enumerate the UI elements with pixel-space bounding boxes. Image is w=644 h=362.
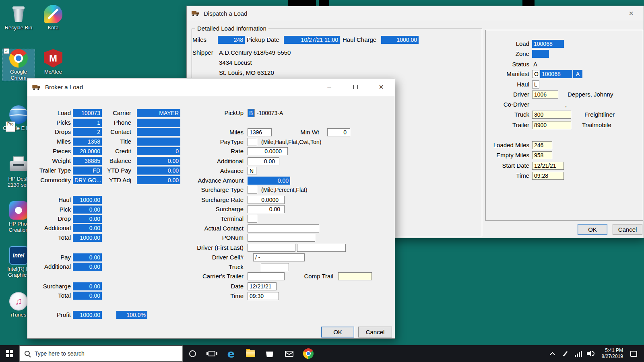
- surcharge-field[interactable]: 0.00: [73, 282, 102, 290]
- drop-field[interactable]: 0.00: [73, 215, 102, 223]
- intel-graphics-icon: intel: [9, 246, 28, 265]
- network-icon: [575, 351, 582, 357]
- desktop-icon-mcafee[interactable]: M McAfee: [37, 49, 69, 75]
- desktop-icon-recycle-bin[interactable]: Recycle Bin: [2, 5, 35, 31]
- dispatch-titlebar[interactable]: Dispatch a Load: [187, 6, 644, 21]
- comp-trail-input[interactable]: [338, 272, 372, 280]
- pieces-field[interactable]: 28.0000: [73, 147, 102, 155]
- ponum-input[interactable]: [248, 234, 315, 242]
- volume-tray-button[interactable]: [585, 345, 598, 362]
- chrome-taskbar-button[interactable]: [299, 345, 318, 362]
- ok-button[interactable]: OK: [578, 224, 607, 235]
- clock-time: 5:41 PM: [605, 348, 623, 354]
- additional-charge-input[interactable]: 0.00: [248, 157, 279, 165]
- surcharge-rate-input[interactable]: 0.0000: [248, 196, 285, 204]
- manifest-field[interactable]: 100068: [540, 70, 572, 78]
- trailer-type-field[interactable]: FD: [73, 167, 102, 175]
- desktop-icon-krita[interactable]: Krita: [37, 5, 69, 31]
- miles-field[interactable]: 1358: [73, 138, 102, 146]
- mail-button[interactable]: [279, 345, 299, 362]
- advance-input[interactable]: N: [248, 167, 256, 175]
- driver-first-input[interactable]: [248, 244, 295, 252]
- start-button[interactable]: [0, 345, 19, 362]
- empty-miles-input[interactable]: 958: [532, 151, 552, 159]
- phone-field[interactable]: [137, 119, 180, 127]
- start-date-input[interactable]: 12/21/21: [532, 162, 564, 170]
- pickup-date-field[interactable]: 10/27/21 11:00: [284, 36, 340, 44]
- truck-input[interactable]: 300: [532, 111, 571, 119]
- picks-field[interactable]: 1: [73, 119, 102, 127]
- close-icon[interactable]: ×: [625, 8, 637, 18]
- cortana-button[interactable]: [183, 345, 202, 362]
- terminal-input[interactable]: [248, 215, 257, 223]
- surcharge-type-input[interactable]: [248, 186, 257, 194]
- weight-field[interactable]: 38885: [73, 157, 102, 165]
- taskbar-clock[interactable]: 5:41 PM 8/27/2019: [598, 345, 627, 362]
- manifest-suffix-field[interactable]: A: [573, 70, 582, 78]
- store-button[interactable]: [260, 345, 279, 362]
- time-input[interactable]: 09:30: [248, 292, 279, 300]
- haul-field[interactable]: 1000.00: [73, 196, 102, 204]
- actual-contact-label: Actual Contact: [160, 224, 244, 232]
- network-tray-button[interactable]: [572, 345, 585, 362]
- icon-label: McAfee: [44, 69, 62, 75]
- miles-field[interactable]: 248: [218, 36, 245, 44]
- task-view-button[interactable]: [202, 345, 221, 362]
- load-field[interactable]: 100073: [73, 109, 102, 117]
- surcharge-total-field[interactable]: 0.00: [73, 292, 102, 300]
- pen-tray-button[interactable]: [559, 345, 572, 362]
- date-label: Date: [160, 282, 244, 290]
- actual-contact-input[interactable]: [248, 224, 319, 232]
- codriver-label: Co-Driver: [487, 101, 529, 109]
- desktop: Recycle Bin Krita Google Chrom M McAfee …: [0, 0, 644, 362]
- pay-field[interactable]: 0.00: [73, 253, 102, 261]
- commodity-field[interactable]: DRY GO...: [73, 176, 102, 184]
- codriver-name: ,: [565, 101, 567, 109]
- carriers-trailer-input[interactable]: [248, 272, 285, 280]
- broker-titlebar[interactable]: Broker a Load: [27, 78, 395, 96]
- zone-field[interactable]: [532, 50, 549, 58]
- desktop-icon-google-chrome[interactable]: Google Chrom: [2, 49, 35, 81]
- surcharge-amt-label: Surcharge: [160, 205, 244, 213]
- taskbar-search-input[interactable]: Type here to search: [19, 346, 183, 362]
- hp-photo-icon: [9, 201, 28, 220]
- pickup-prefix-input[interactable]: B: [248, 109, 255, 117]
- profit-field[interactable]: 1000.00: [73, 311, 102, 319]
- surcharge-type-hint: (Mile,Percent,Flat): [261, 186, 307, 194]
- surcharge-amt-input[interactable]: 0.00: [248, 205, 285, 213]
- cancel-button[interactable]: Cancel: [358, 327, 392, 337]
- ok-button[interactable]: OK: [321, 327, 354, 337]
- date-input[interactable]: 12/21/21: [248, 282, 277, 290]
- file-explorer-button[interactable]: [241, 345, 260, 362]
- haul-charge-field[interactable]: 1000.00: [381, 36, 419, 44]
- close-icon[interactable]: ×: [372, 81, 390, 93]
- profit-percent-field[interactable]: 100.0%: [116, 311, 147, 319]
- min-wt-input[interactable]: 0: [327, 128, 350, 136]
- selection-checkbox[interactable]: [4, 48, 9, 54]
- drops-field[interactable]: 2: [73, 128, 102, 136]
- action-center-button[interactable]: [627, 345, 640, 362]
- load-field[interactable]: 100068: [532, 40, 564, 48]
- paytype-input[interactable]: [248, 138, 257, 146]
- pick-field[interactable]: 0.00: [73, 206, 102, 214]
- driver-cell-input[interactable]: / -: [253, 253, 305, 261]
- driver-input[interactable]: 1006: [532, 90, 558, 99]
- advance-amount-field[interactable]: 0.00: [248, 177, 290, 185]
- cancel-button[interactable]: Cancel: [613, 224, 642, 235]
- driver-last-input[interactable]: [297, 244, 346, 252]
- maximize-icon[interactable]: [347, 81, 364, 93]
- additional-field[interactable]: 0.00: [73, 224, 102, 232]
- carrier-miles-input[interactable]: 1396: [248, 128, 272, 136]
- total-field[interactable]: 1000.00: [73, 234, 102, 242]
- minimize-icon[interactable]: –: [320, 81, 338, 93]
- rate-input[interactable]: 0.0000: [248, 147, 288, 155]
- trailer-input[interactable]: 8900: [532, 121, 571, 129]
- pay-additional-field[interactable]: 0.00: [73, 263, 102, 271]
- haul-input[interactable]: L: [532, 80, 539, 88]
- manifest-prefix-input[interactable]: O: [532, 70, 539, 78]
- loaded-miles-input[interactable]: 246: [532, 141, 552, 149]
- carrier-truck-input[interactable]: [261, 263, 289, 271]
- edge-button[interactable]: e: [221, 345, 241, 362]
- time-input[interactable]: 09:28: [532, 172, 564, 180]
- tray-chevron-button[interactable]: [546, 345, 559, 362]
